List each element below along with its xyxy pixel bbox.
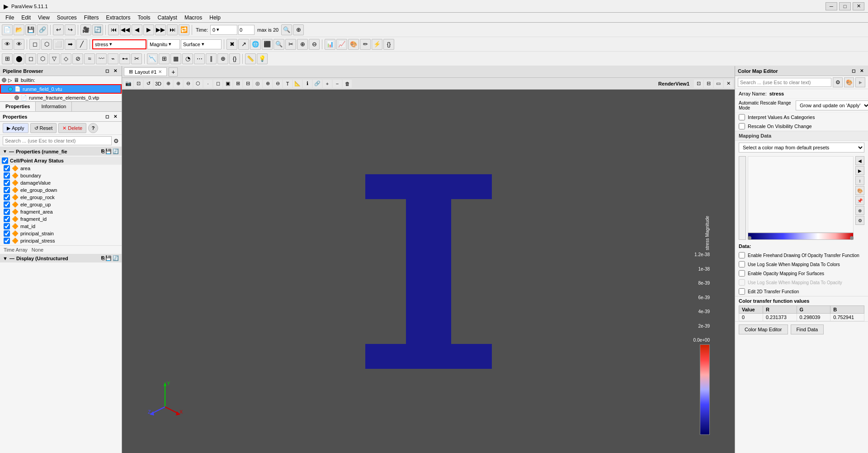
menu-macros[interactable]: Macros bbox=[181, 14, 206, 22]
forward-btn[interactable]: ▶▶ bbox=[155, 24, 166, 35]
refresh-icon[interactable]: 🔄 bbox=[113, 148, 119, 154]
array-dropdown[interactable]: stress ▾ bbox=[92, 39, 146, 49]
eye-btn[interactable]: 👁 bbox=[2, 39, 13, 50]
sphere-btn[interactable]: ⬡ bbox=[41, 39, 52, 50]
cme-auto-rescale-dropdown[interactable]: Grow and update on 'Apply' bbox=[796, 100, 868, 110]
glyph-btn[interactable]: ⊷ bbox=[119, 53, 130, 64]
prev-btn[interactable]: ◀◀ bbox=[120, 24, 131, 35]
pipeline-icon1[interactable]: ◻ bbox=[104, 67, 111, 74]
cte-row-0[interactable]: 0 0.231373 0.298039 0.752941 bbox=[739, 314, 864, 321]
check-damagevalue[interactable] bbox=[4, 180, 10, 186]
cme-settings-btn[interactable]: ⚙ bbox=[833, 77, 843, 87]
render-point-btn[interactable]: · bbox=[203, 80, 212, 88]
props-icon2[interactable]: ✕ bbox=[112, 113, 119, 120]
check-area[interactable] bbox=[4, 165, 10, 172]
redo-button[interactable]: ↪ bbox=[65, 24, 75, 35]
render-layout1-btn[interactable]: ⊡ bbox=[694, 80, 703, 88]
render-layout3-btn[interactable]: ▭ bbox=[714, 80, 723, 88]
copy-icon[interactable]: ⎘ bbox=[101, 148, 104, 154]
check-fragment-area[interactable] bbox=[4, 209, 10, 215]
render-rotate-btn[interactable]: ↺ bbox=[144, 80, 153, 88]
connect-button[interactable]: 🔗 bbox=[37, 24, 48, 35]
cme-side-btn2[interactable]: ▶ bbox=[855, 166, 864, 175]
spread-btn[interactable]: ⊕ bbox=[217, 53, 228, 64]
interact-btn[interactable]: ✖ bbox=[226, 39, 237, 50]
render-3d-btn[interactable]: 3D bbox=[154, 80, 163, 88]
warp-btn[interactable]: ⌁ bbox=[108, 53, 118, 64]
select-btn[interactable]: ↗ bbox=[238, 39, 249, 50]
reset-button[interactable]: ↺ Reset bbox=[30, 123, 57, 133]
render-minus-btn[interactable]: − bbox=[333, 80, 342, 88]
props-search-input[interactable] bbox=[3, 136, 112, 145]
view4-btn[interactable]: ▽ bbox=[49, 53, 60, 64]
search-gear-icon[interactable]: ⚙ bbox=[113, 138, 119, 144]
pipeline-icon2[interactable]: ✕ bbox=[112, 67, 119, 74]
display-section[interactable]: ▼ — Display (Unstructured ⎘ 💾 🔄 bbox=[0, 254, 122, 262]
check-principal-strain[interactable] bbox=[4, 230, 10, 237]
cme-2d-check[interactable] bbox=[739, 288, 745, 295]
refresh[interactable]: 🔄 bbox=[92, 24, 103, 35]
sel5-btn[interactable]: ⊖ bbox=[309, 39, 320, 50]
render-wf2-btn[interactable]: ⊟ bbox=[243, 80, 252, 88]
menu-tools[interactable]: Tools bbox=[134, 14, 154, 22]
time-dropdown[interactable]: 0▾ bbox=[210, 25, 237, 35]
render-show3-btn[interactable]: ⊖ bbox=[273, 80, 282, 88]
check-fragment-id[interactable] bbox=[4, 216, 10, 222]
sel3-btn[interactable]: ✂ bbox=[285, 39, 296, 50]
annotate-btn[interactable]: ✏ bbox=[360, 39, 371, 50]
cme-icon2[interactable]: ✕ bbox=[858, 67, 865, 74]
chart2-btn[interactable]: 📈 bbox=[336, 39, 347, 50]
cme-icon1[interactable]: ◻ bbox=[850, 67, 857, 74]
check-boundary[interactable] bbox=[4, 172, 10, 179]
scatter-btn[interactable]: ⋯ bbox=[194, 53, 205, 64]
tree-vtp[interactable]: 📄 runme_fracture_elements_0.vtp bbox=[0, 94, 122, 101]
menu-sources[interactable]: Sources bbox=[53, 14, 80, 22]
menu-help[interactable]: Help bbox=[206, 14, 224, 22]
render-layout2-btn[interactable]: ⊟ bbox=[704, 80, 713, 88]
check-ele-group-down[interactable] bbox=[4, 187, 10, 193]
render-edge-btn[interactable]: ⬡ bbox=[193, 80, 203, 88]
tree-builtin[interactable]: ▷ 🖥 builtin: bbox=[0, 76, 122, 84]
grid-btn[interactable]: ⊞ bbox=[2, 53, 13, 64]
cme-freehand-check[interactable] bbox=[739, 252, 745, 258]
render-orient-btn[interactable]: ⊕ bbox=[174, 80, 183, 88]
time-input[interactable] bbox=[238, 25, 255, 35]
component-dropdown[interactable]: Magnitu ▾ bbox=[147, 39, 180, 49]
play-btn[interactable]: ▶ bbox=[143, 24, 154, 35]
help-button[interactable]: ? bbox=[88, 123, 98, 133]
ruler-btn[interactable]: 📏 bbox=[245, 53, 256, 64]
menu-catalyst[interactable]: Catalyst bbox=[154, 14, 181, 22]
cme-log-scale-check[interactable] bbox=[739, 261, 745, 267]
cme-rescale-check[interactable] bbox=[739, 123, 745, 129]
render-camera-btn[interactable]: 📷 bbox=[124, 80, 133, 88]
menu-edit[interactable]: Edit bbox=[18, 14, 34, 22]
undo-button[interactable]: ↩ bbox=[53, 24, 64, 35]
cme-colormap-editor-btn[interactable]: Color Map Editor bbox=[739, 324, 788, 334]
render-close-btn[interactable]: ✕ bbox=[724, 80, 733, 88]
render-vol-btn[interactable]: ▣ bbox=[223, 80, 232, 88]
tree-vtu[interactable]: 📄 runme_field_0.vtu bbox=[0, 84, 122, 94]
array-damagevalue[interactable]: 🔶 damageValue bbox=[0, 179, 122, 186]
array-boundary[interactable]: 🔶 boundary bbox=[0, 172, 122, 179]
display-refresh-icon[interactable]: 🔄 bbox=[113, 255, 119, 261]
render-reset-btn[interactable]: ⊡ bbox=[134, 80, 143, 88]
layout-tab-1[interactable]: ⊞ Layout #1 ✕ bbox=[124, 67, 167, 76]
cme-search-input[interactable] bbox=[738, 78, 831, 87]
spread2-btn[interactable]: {} bbox=[229, 53, 240, 64]
render-add-btn[interactable]: + bbox=[323, 80, 332, 88]
delete-button[interactable]: ✕ Delete bbox=[58, 123, 86, 133]
render-info-btn[interactable]: ℹ bbox=[303, 80, 312, 88]
representation-dropdown[interactable]: Surface ▾ bbox=[181, 39, 222, 49]
begin-btn[interactable]: ⏮ bbox=[108, 24, 119, 35]
array-mat-id[interactable]: 🔶 mat_id bbox=[0, 223, 122, 230]
apply-button[interactable]: ▶ Apply bbox=[3, 123, 28, 133]
viewport[interactable]: Y Z X stress Magnitude 1.2e-38 bbox=[122, 90, 735, 453]
end-btn[interactable]: ⏭ bbox=[167, 24, 178, 35]
cme-find-data-btn[interactable]: Find Data bbox=[791, 324, 824, 334]
cme-opacity-check[interactable] bbox=[739, 270, 745, 277]
view5-btn[interactable]: ◇ bbox=[61, 53, 71, 64]
cme-log-opacity-check[interactable] bbox=[739, 279, 745, 286]
cme-side-btn7[interactable]: ⚙ bbox=[855, 216, 864, 225]
all-arrays-check[interactable] bbox=[2, 157, 8, 164]
array-fragment-id[interactable]: 🔶 fragment_id bbox=[0, 215, 122, 223]
